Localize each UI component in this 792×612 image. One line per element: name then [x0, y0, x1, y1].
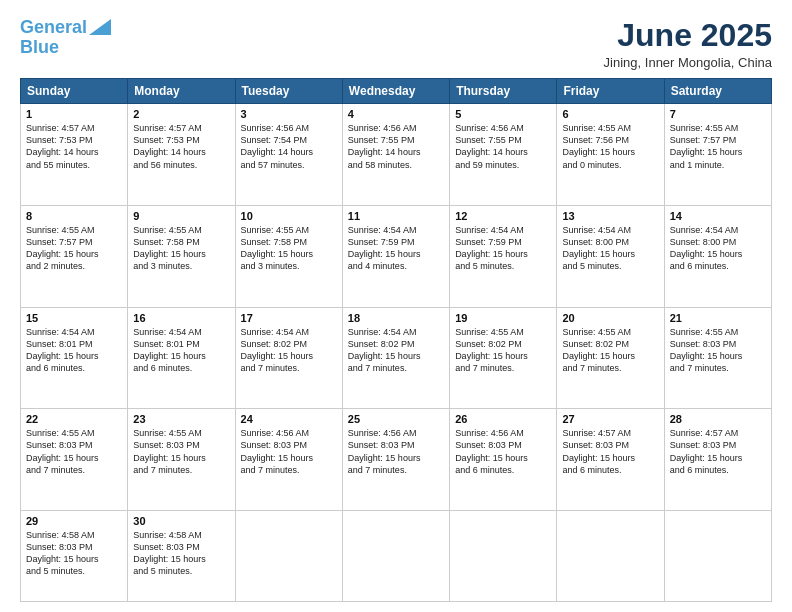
cell-line: Sunrise: 4:55 AM — [133, 224, 229, 236]
day-number: 7 — [670, 108, 766, 120]
cell-line: Sunrise: 4:55 AM — [562, 122, 658, 134]
cell-line: Sunset: 8:01 PM — [133, 338, 229, 350]
cell-content: Sunrise: 4:56 AMSunset: 7:55 PMDaylight:… — [455, 122, 551, 171]
cell-line: and 59 minutes. — [455, 159, 551, 171]
cell-line: Daylight: 14 hours — [26, 146, 122, 158]
calendar-cell: 7Sunrise: 4:55 AMSunset: 7:57 PMDaylight… — [664, 104, 771, 206]
cell-content: Sunrise: 4:55 AMSunset: 7:57 PMDaylight:… — [670, 122, 766, 171]
cell-line: Sunrise: 4:57 AM — [133, 122, 229, 134]
calendar-cell — [664, 511, 771, 602]
day-number: 29 — [26, 515, 122, 527]
cell-line: and 2 minutes. — [26, 260, 122, 272]
cell-line: and 6 minutes. — [562, 464, 658, 476]
day-number: 1 — [26, 108, 122, 120]
cell-line: Sunrise: 4:54 AM — [562, 224, 658, 236]
cell-line: Sunrise: 4:58 AM — [133, 529, 229, 541]
calendar-cell: 9Sunrise: 4:55 AMSunset: 7:58 PMDaylight… — [128, 205, 235, 307]
weekday-sunday: Sunday — [21, 79, 128, 104]
header: General Blue June 2025 Jining, Inner Mon… — [20, 18, 772, 70]
cell-line: Sunset: 8:03 PM — [455, 439, 551, 451]
calendar-cell: 22Sunrise: 4:55 AMSunset: 8:03 PMDayligh… — [21, 409, 128, 511]
cell-line: Sunset: 8:02 PM — [562, 338, 658, 350]
cell-content: Sunrise: 4:56 AMSunset: 8:03 PMDaylight:… — [241, 427, 337, 476]
month-title: June 2025 — [604, 18, 772, 53]
logo-text: General — [20, 18, 87, 38]
cell-line: Sunset: 7:53 PM — [26, 134, 122, 146]
day-number: 8 — [26, 210, 122, 222]
cell-line: Sunset: 8:03 PM — [26, 541, 122, 553]
day-number: 19 — [455, 312, 551, 324]
day-number: 28 — [670, 413, 766, 425]
calendar-cell: 10Sunrise: 4:55 AMSunset: 7:58 PMDayligh… — [235, 205, 342, 307]
cell-line: Sunset: 7:55 PM — [455, 134, 551, 146]
day-number: 23 — [133, 413, 229, 425]
cell-content: Sunrise: 4:54 AMSunset: 8:02 PMDaylight:… — [348, 326, 444, 375]
weekday-wednesday: Wednesday — [342, 79, 449, 104]
cell-line: Daylight: 15 hours — [26, 350, 122, 362]
cell-line: Sunset: 7:57 PM — [670, 134, 766, 146]
cell-line: Daylight: 15 hours — [241, 350, 337, 362]
cell-content: Sunrise: 4:56 AMSunset: 7:54 PMDaylight:… — [241, 122, 337, 171]
cell-line: Sunrise: 4:57 AM — [26, 122, 122, 134]
cell-line: Sunrise: 4:58 AM — [26, 529, 122, 541]
cell-line: and 5 minutes. — [455, 260, 551, 272]
logo-blue: Blue — [20, 38, 59, 58]
calendar-cell — [235, 511, 342, 602]
cell-line: Sunset: 7:56 PM — [562, 134, 658, 146]
day-number: 10 — [241, 210, 337, 222]
cell-line: Sunrise: 4:55 AM — [670, 122, 766, 134]
cell-line: and 7 minutes. — [241, 362, 337, 374]
weekday-header-row: SundayMondayTuesdayWednesdayThursdayFrid… — [21, 79, 772, 104]
day-number: 30 — [133, 515, 229, 527]
cell-line: Sunrise: 4:55 AM — [26, 224, 122, 236]
cell-content: Sunrise: 4:58 AMSunset: 8:03 PMDaylight:… — [133, 529, 229, 578]
week-row-4: 22Sunrise: 4:55 AMSunset: 8:03 PMDayligh… — [21, 409, 772, 511]
cell-line: Sunset: 8:03 PM — [348, 439, 444, 451]
day-number: 6 — [562, 108, 658, 120]
cell-line: Sunrise: 4:55 AM — [670, 326, 766, 338]
cell-line: Daylight: 15 hours — [26, 248, 122, 260]
cell-line: Sunrise: 4:55 AM — [26, 427, 122, 439]
calendar-cell: 21Sunrise: 4:55 AMSunset: 8:03 PMDayligh… — [664, 307, 771, 409]
day-number: 9 — [133, 210, 229, 222]
cell-line: Sunrise: 4:56 AM — [455, 122, 551, 134]
cell-line: Daylight: 15 hours — [670, 146, 766, 158]
cell-line: and 6 minutes. — [670, 464, 766, 476]
cell-line: Sunset: 7:54 PM — [241, 134, 337, 146]
cell-line: and 4 minutes. — [348, 260, 444, 272]
cell-line: and 7 minutes. — [241, 464, 337, 476]
location: Jining, Inner Mongolia, China — [604, 55, 772, 70]
cell-line: Daylight: 15 hours — [26, 553, 122, 565]
calendar-cell: 19Sunrise: 4:55 AMSunset: 8:02 PMDayligh… — [450, 307, 557, 409]
calendar-cell: 11Sunrise: 4:54 AMSunset: 7:59 PMDayligh… — [342, 205, 449, 307]
cell-line: Daylight: 15 hours — [133, 553, 229, 565]
cell-line: and 7 minutes. — [348, 362, 444, 374]
cell-line: Sunset: 7:53 PM — [133, 134, 229, 146]
cell-line: and 3 minutes. — [133, 260, 229, 272]
cell-line: Daylight: 15 hours — [455, 452, 551, 464]
cell-content: Sunrise: 4:54 AMSunset: 8:01 PMDaylight:… — [133, 326, 229, 375]
calendar-cell: 30Sunrise: 4:58 AMSunset: 8:03 PMDayligh… — [128, 511, 235, 602]
cell-line: Daylight: 15 hours — [562, 146, 658, 158]
day-number: 22 — [26, 413, 122, 425]
cell-line: Daylight: 14 hours — [348, 146, 444, 158]
cell-line: Sunrise: 4:57 AM — [562, 427, 658, 439]
cell-line: Sunset: 8:00 PM — [562, 236, 658, 248]
calendar-cell: 26Sunrise: 4:56 AMSunset: 8:03 PMDayligh… — [450, 409, 557, 511]
weekday-thursday: Thursday — [450, 79, 557, 104]
cell-line: and 7 minutes. — [562, 362, 658, 374]
cell-content: Sunrise: 4:57 AMSunset: 8:03 PMDaylight:… — [670, 427, 766, 476]
cell-content: Sunrise: 4:54 AMSunset: 7:59 PMDaylight:… — [455, 224, 551, 273]
cell-line: Sunrise: 4:54 AM — [241, 326, 337, 338]
calendar-cell: 18Sunrise: 4:54 AMSunset: 8:02 PMDayligh… — [342, 307, 449, 409]
week-row-1: 1Sunrise: 4:57 AMSunset: 7:53 PMDaylight… — [21, 104, 772, 206]
cell-content: Sunrise: 4:55 AMSunset: 8:03 PMDaylight:… — [26, 427, 122, 476]
page: General Blue June 2025 Jining, Inner Mon… — [0, 0, 792, 612]
cell-line: Sunset: 8:01 PM — [26, 338, 122, 350]
cell-content: Sunrise: 4:58 AMSunset: 8:03 PMDaylight:… — [26, 529, 122, 578]
week-row-5: 29Sunrise: 4:58 AMSunset: 8:03 PMDayligh… — [21, 511, 772, 602]
cell-line: and 58 minutes. — [348, 159, 444, 171]
calendar-cell: 27Sunrise: 4:57 AMSunset: 8:03 PMDayligh… — [557, 409, 664, 511]
calendar-cell — [557, 511, 664, 602]
cell-line: Sunset: 8:02 PM — [241, 338, 337, 350]
